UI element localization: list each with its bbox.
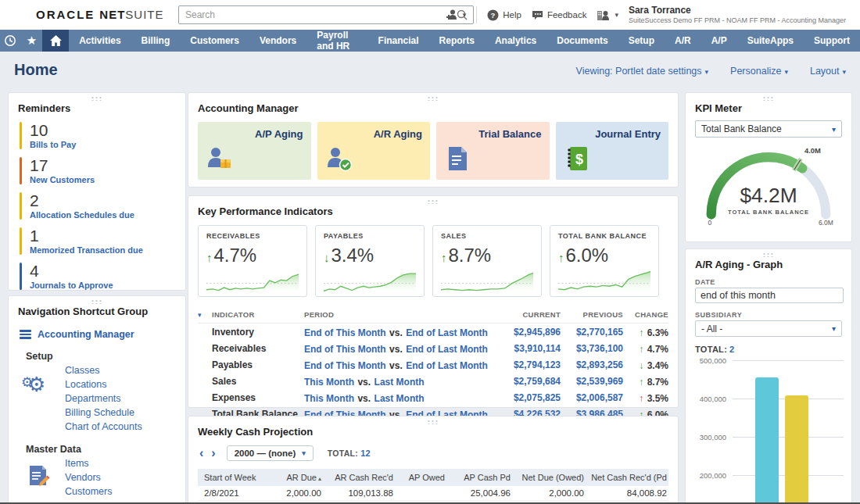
next-page-icon[interactable]: › <box>211 447 215 459</box>
drag-handle-icon[interactable] <box>427 199 439 204</box>
reminder-color-bar <box>20 122 22 149</box>
reminder-label[interactable]: Bills to Pay <box>30 140 76 149</box>
gauge-max-label: 6.0M <box>819 219 833 227</box>
shortcuts-star-icon[interactable]: ★ <box>21 30 42 52</box>
sparkline-chart <box>324 268 416 295</box>
gauge-caption: TOTAL BANK BALANCE <box>728 209 809 216</box>
nav-item-documents[interactable]: Documents <box>546 30 618 52</box>
reminder-count: 4 <box>30 263 113 280</box>
reminder-color-bar <box>20 263 22 290</box>
viewing-portlet-date-settings[interactable]: Viewing: Portlet date settings▾ <box>576 66 709 77</box>
gears-icon: ⚙⚙ <box>27 374 45 395</box>
expand-caret-icon[interactable]: ▾ <box>198 311 212 319</box>
reminder-count: 10 <box>30 122 76 139</box>
shortcut-link-departments[interactable]: Departments <box>65 391 185 406</box>
kpi-tile-total-bank-balance[interactable]: TOTAL BANK BALANCE ↑6.0% <box>550 225 659 297</box>
shortcut-group-heading: Master Data <box>26 444 185 455</box>
total-count: TOTAL:2 <box>695 345 851 354</box>
kpi-tile-sales[interactable]: SALES ↑8.7% <box>432 225 542 297</box>
recent-records-icon[interactable] <box>0 30 21 52</box>
shortcut-link-items[interactable]: Items <box>65 456 185 470</box>
nav-item-billing[interactable]: Billing <box>131 30 181 52</box>
nav-item-vendors[interactable]: Vendors <box>249 30 306 52</box>
nav-item-financial[interactable]: Financial <box>368 30 429 52</box>
reminder-count: 2 <box>30 192 134 209</box>
tile-trial-balance[interactable]: Trial Balance <box>436 122 550 180</box>
bar-series-2[interactable] <box>785 395 808 504</box>
reminder-new-customers[interactable]: 17 New Customers <box>20 157 185 184</box>
reminder-allocation-schedules[interactable]: 2 Allocation Schedules due <box>20 192 185 220</box>
quick-add-icon[interactable] <box>446 9 459 22</box>
nav-item-ap[interactable]: A/P <box>701 30 737 52</box>
trend-arrow-icon: ↑ <box>441 251 447 264</box>
shortcut-accounting-manager[interactable]: Accounting Manager <box>20 328 185 341</box>
drag-handle-icon[interactable] <box>762 252 775 257</box>
kpi-tile-payables[interactable]: PAYABLES ↓3.4% <box>315 225 425 297</box>
gridline <box>733 360 844 361</box>
reminder-bills-to-pay[interactable]: 10 Bills to Pay <box>20 122 185 149</box>
help-button[interactable]: ? Help <box>487 9 521 21</box>
account-filter-dropdown[interactable]: 2000 — (none)▾ <box>227 445 314 461</box>
nav-item-reports[interactable]: Reports <box>429 30 485 52</box>
document-pencil-icon <box>27 464 51 492</box>
nav-item-payroll-hr[interactable]: Payroll and HR <box>306 30 367 52</box>
drag-handle-icon[interactable] <box>427 96 439 101</box>
shortcut-link-customers[interactable]: Customers <box>65 484 185 499</box>
caret-down-icon: ▾ <box>705 68 709 76</box>
global-search[interactable] <box>178 5 474 24</box>
role-icon <box>597 9 611 21</box>
nav-item-suiteapps[interactable]: SuiteApps <box>737 30 804 52</box>
nav-item-customers[interactable]: Customers <box>180 30 249 52</box>
table-row: 2/8/2021 2,000.00 109,013.88 25,004.96 2… <box>198 486 668 501</box>
role-menu[interactable]: ▾ <box>597 9 618 21</box>
reminders-portlet: Reminders 10 Bills to Pay 17 New Custome… <box>8 92 186 291</box>
trend-arrow-icon: ↑ <box>639 393 643 404</box>
user-info[interactable]: Sara Torrance SuiteSuccess Demo FF PRM -… <box>629 5 846 25</box>
accounting-manager-portlet: Accounting Manager A/P Aging A/R Aging T… <box>188 92 679 188</box>
total-count: TOTAL:12 <box>328 449 371 458</box>
drag-handle-icon[interactable] <box>762 96 775 101</box>
nav-item-analytics[interactable]: Analytics <box>485 30 546 52</box>
user-role: SuiteSuccess Demo FF PRM - NOAM FF PRM -… <box>629 16 846 25</box>
kpi-meter-dropdown[interactable]: Total Bank Balance ▾ <box>695 120 842 138</box>
feedback-button[interactable]: Feedback <box>532 9 587 21</box>
trend-arrow-icon: ↑ <box>639 344 643 355</box>
layout-menu[interactable]: Layout▾ <box>810 66 846 77</box>
nav-item-activities[interactable]: Activities <box>69 30 131 52</box>
reminder-label[interactable]: Memorized Transaction due <box>30 245 143 255</box>
tile-journal-entry[interactable]: Journal Entry $ <box>556 122 669 180</box>
reminder-journals-to-approve[interactable]: 4 Journals to Approve <box>20 263 185 290</box>
date-input[interactable] <box>695 288 844 303</box>
shortcut-link-billing-schedule[interactable]: Billing Schedule <box>65 406 185 420</box>
shortcut-link-locations[interactable]: Locations <box>65 377 185 391</box>
reminder-label[interactable]: Allocation Schedules due <box>30 210 134 220</box>
reminder-memorized-transaction[interactable]: 1 Memorized Transaction due <box>20 227 185 255</box>
caret-down-icon: ▾ <box>463 11 467 19</box>
shortcut-link-chart-of-accounts[interactable]: Chart of Accounts <box>65 420 185 434</box>
nav-item-ar[interactable]: A/R <box>665 30 701 52</box>
bar-series-1[interactable] <box>755 377 779 504</box>
document-icon <box>444 145 471 175</box>
logo-suite-text: SUITE <box>125 8 163 21</box>
reminder-label[interactable]: New Customers <box>30 175 95 184</box>
drag-handle-icon[interactable] <box>91 299 103 304</box>
personalize-menu[interactable]: Personalize▾ <box>730 66 788 77</box>
tile-ap-aging[interactable]: A/P Aging <box>198 122 311 180</box>
shortcut-link-classes[interactable]: Classes <box>65 363 185 377</box>
search-input[interactable] <box>179 9 457 20</box>
kpi-tile-receivables[interactable]: RECEIVABLES ↑4.7% <box>198 225 307 297</box>
main-nav: ★ Activities Billing Customers Vendors P… <box>0 30 860 52</box>
tile-ar-aging[interactable]: A/R Aging <box>317 122 431 180</box>
prev-page-icon[interactable]: ‹ <box>199 447 203 459</box>
nav-item-setup[interactable]: Setup <box>618 30 665 52</box>
nav-item-support[interactable]: Support <box>804 30 860 52</box>
quick-add-menu[interactable]: ▾ <box>446 9 467 22</box>
table-header-row: Start of Week AR Due▴ AR Cash Rec'd AP O… <box>198 469 668 486</box>
home-icon[interactable] <box>42 30 69 52</box>
reminder-label[interactable]: Journals to Approve <box>30 281 113 290</box>
subsidiary-dropdown[interactable]: - All - ▾ <box>695 320 842 337</box>
kpi-meter-portlet: KPI Meter Total Bank Balance ▾ 4.0M $4.2… <box>685 92 852 242</box>
drag-handle-icon[interactable] <box>427 420 439 424</box>
drag-handle-icon[interactable] <box>91 96 103 101</box>
shortcut-link-vendors[interactable]: Vendors <box>65 470 185 484</box>
